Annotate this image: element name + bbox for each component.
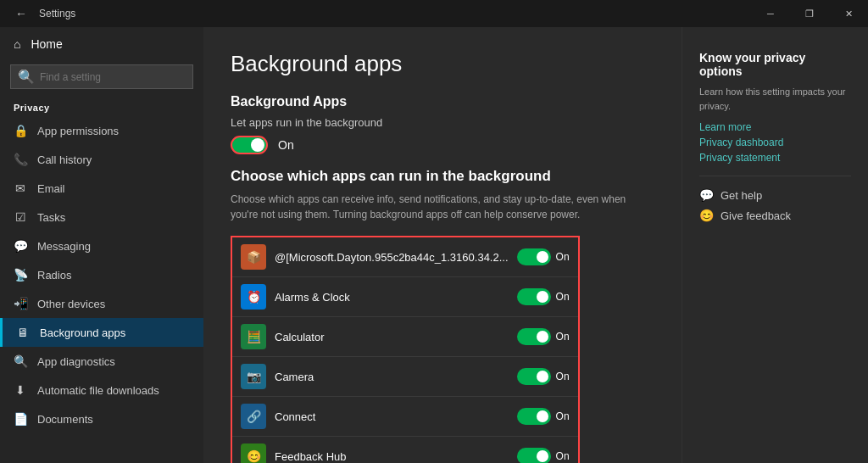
app-name-dayton: @[Microsoft.Dayton.955c2ba44c_1.3160.34.… xyxy=(275,251,509,264)
app-icon-alarms: ⏰ xyxy=(241,284,266,310)
app-toggle-connect: On xyxy=(517,408,570,425)
sidebar-item-app-permissions[interactable]: 🔒 App permissions xyxy=(0,116,203,145)
privacy-statement-link[interactable]: Privacy statement xyxy=(699,152,851,164)
page-title: Background apps xyxy=(231,51,654,77)
app-name-camera: Camera xyxy=(275,371,314,383)
list-item: 😊 Feedback Hub On xyxy=(232,436,578,463)
titlebar-controls: ─ ❐ ✕ xyxy=(751,0,868,27)
sidebar-label-call-history: Call history xyxy=(37,153,92,166)
app-name-calculator: Calculator xyxy=(275,331,325,343)
restore-button[interactable]: ❐ xyxy=(790,0,829,27)
messaging-icon: 💬 xyxy=(14,239,27,253)
privacy-dashboard-link[interactable]: Privacy dashboard xyxy=(699,137,851,148)
app-icon-connect: 🔗 xyxy=(241,404,266,429)
list-item: 🔗 Connect On xyxy=(232,396,578,436)
background-apps-toggle[interactable] xyxy=(231,136,268,154)
choose-description: Choose which apps can receive info, send… xyxy=(231,192,654,222)
sidebar: ⌂ Home 🔍 Privacy 🔒 App permissions 📞 Cal… xyxy=(0,27,203,463)
get-help-action[interactable]: 💬 Get help xyxy=(699,188,851,202)
search-input[interactable] xyxy=(40,71,186,83)
back-button[interactable]: ← xyxy=(10,3,32,24)
panel-divider xyxy=(699,176,851,176)
give-feedback-icon: 😊 xyxy=(699,209,714,222)
right-panel: Know your privacy options Learn how this… xyxy=(682,27,868,463)
app-icon-dayton: 📦 xyxy=(241,244,266,270)
titlebar: ← Settings ─ ❐ ✕ xyxy=(0,0,868,27)
app-icon-feedback: 😊 xyxy=(241,443,266,463)
search-icon: 🔍 xyxy=(18,69,35,85)
get-help-label: Get help xyxy=(721,189,762,202)
sidebar-item-auto-downloads[interactable]: ⬇ Automatic file downloads xyxy=(0,376,203,404)
sidebar-item-tasks[interactable]: ☑ Tasks xyxy=(0,203,203,232)
toggle-label-calculator: On xyxy=(556,331,570,343)
toggle-connect[interactable] xyxy=(517,408,551,425)
sidebar-item-app-diagnostics[interactable]: 🔍 App diagnostics xyxy=(0,347,203,376)
main-content: Background apps Background Apps Let apps… xyxy=(203,27,682,463)
sidebar-label-background-apps: Background apps xyxy=(40,326,125,339)
toggle-camera[interactable] xyxy=(517,368,551,385)
sidebar-label-tasks: Tasks xyxy=(37,211,65,224)
app-list: 📦 @[Microsoft.Dayton.955c2ba44c_1.3160.3… xyxy=(231,236,580,463)
learn-more-label: Learn more xyxy=(699,121,751,133)
minimize-button[interactable]: ─ xyxy=(751,0,790,27)
app-toggle-feedback: On xyxy=(517,448,570,463)
documents-icon: 📄 xyxy=(14,412,27,426)
download-icon: ⬇ xyxy=(14,383,27,397)
toggle-label-dayton: On xyxy=(556,251,570,263)
right-panel-title: Know your privacy options xyxy=(699,51,851,78)
app-toggle-calculator: On xyxy=(517,328,570,345)
phone-icon: 📞 xyxy=(14,153,27,166)
app-body: ⌂ Home 🔍 Privacy 🔒 App permissions 📞 Cal… xyxy=(0,27,868,463)
app-name-alarms: Alarms & Clock xyxy=(275,291,350,304)
sidebar-label-auto-downloads: Automatic file downloads xyxy=(37,384,159,397)
learn-more-link[interactable]: Learn more xyxy=(699,121,851,133)
sidebar-item-call-history[interactable]: 📞 Call history xyxy=(0,145,203,174)
app-name-feedback: Feedback Hub xyxy=(275,450,347,463)
lock-icon: 🔒 xyxy=(14,124,27,137)
app-icon-camera: 📷 xyxy=(241,364,266,389)
app-toggle-dayton: On xyxy=(517,248,570,265)
toggle-on-label: On xyxy=(278,138,294,152)
home-icon: ⌂ xyxy=(14,37,20,51)
sidebar-label-app-permissions: App permissions xyxy=(37,125,119,137)
sidebar-item-radios[interactable]: 📡 Radios xyxy=(0,260,203,289)
close-button[interactable]: ✕ xyxy=(829,0,868,27)
sidebar-label-app-diagnostics: App diagnostics xyxy=(37,355,115,368)
tasks-icon: ☑ xyxy=(14,210,27,224)
list-item: 🧮 Calculator On xyxy=(232,316,578,356)
app-diagnostics-icon: 🔍 xyxy=(14,354,27,368)
list-item: 📦 @[Microsoft.Dayton.955c2ba44c_1.3160.3… xyxy=(232,237,578,276)
app-toggle-camera: On xyxy=(517,368,570,385)
toggle-alarms[interactable] xyxy=(517,288,551,305)
list-item: 📷 Camera On xyxy=(232,356,578,396)
sidebar-label-messaging: Messaging xyxy=(37,240,91,253)
toggle-dayton[interactable] xyxy=(517,248,551,265)
give-feedback-label: Give feedback xyxy=(721,209,791,222)
right-panel-desc: Learn how this setting impacts your priv… xyxy=(699,85,851,113)
background-apps-icon: 🖥 xyxy=(16,326,30,339)
sidebar-item-background-apps[interactable]: 🖥 Background apps xyxy=(0,318,203,347)
titlebar-title: Settings xyxy=(39,8,75,20)
toggle-feedback[interactable] xyxy=(517,448,551,463)
radios-icon: 📡 xyxy=(14,268,27,282)
sidebar-item-messaging[interactable]: 💬 Messaging xyxy=(0,232,203,260)
toggle-calculator[interactable] xyxy=(517,328,551,345)
app-toggle-alarms: On xyxy=(517,288,570,305)
privacy-statement-label: Privacy statement xyxy=(699,152,780,164)
home-label: Home xyxy=(31,37,62,51)
privacy-dashboard-label: Privacy dashboard xyxy=(699,137,783,148)
sidebar-label-documents: Documents xyxy=(37,413,93,426)
sidebar-item-home[interactable]: ⌂ Home xyxy=(0,27,203,61)
search-box[interactable]: 🔍 xyxy=(10,64,193,89)
list-item: ⏰ Alarms & Clock On xyxy=(232,276,578,316)
main-toggle-row: On xyxy=(231,136,654,154)
sidebar-label-other-devices: Other devices xyxy=(37,298,105,310)
sidebar-item-email[interactable]: ✉ Email xyxy=(0,174,203,203)
sidebar-item-other-devices[interactable]: 📲 Other devices xyxy=(0,289,203,318)
sidebar-item-documents[interactable]: 📄 Documents xyxy=(0,404,203,433)
toggle-label-camera: On xyxy=(556,371,570,382)
email-icon: ✉ xyxy=(14,181,27,195)
section-title: Background Apps xyxy=(231,94,654,109)
sidebar-label-email: Email xyxy=(37,182,65,195)
give-feedback-action[interactable]: 😊 Give feedback xyxy=(699,209,851,222)
